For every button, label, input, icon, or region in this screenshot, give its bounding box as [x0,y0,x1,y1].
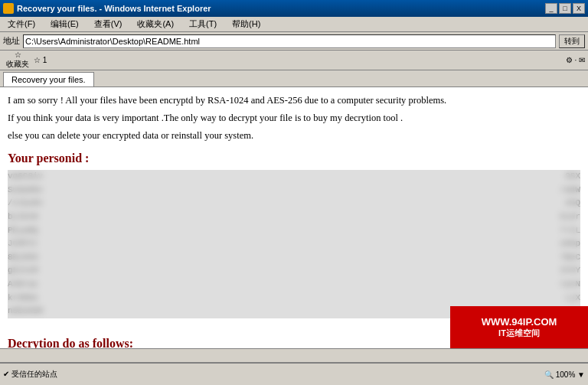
toolbar-count: ☆ 1 [34,56,47,64]
intro-line1: I am so sorry ! All your files have been… [8,93,580,108]
intro-line2: If you think your data is very important… [8,111,580,126]
address-bar: 地址 转到 [0,32,588,51]
watermark-label: IT运维空间 [498,328,540,339]
toolbar-right-icons: ⚙ · ✉ [566,56,585,64]
intro-line3: else you can delete your encrypted data … [8,129,580,143]
toolbar: ☆ 收藏夹 ☆ 1 ⚙ · ✉ [0,51,588,70]
minimize-button[interactable]: _ [545,3,557,14]
status-bar [0,348,588,362]
menu-bar: 文件(F) 编辑(E) 查看(V) 收藏夹(A) 工具(T) 帮助(H) [0,17,588,32]
personid-title: Your personid : [8,152,580,165]
favorites-label: 收藏夹 [6,59,29,70]
window-controls[interactable]: _ □ X [545,3,585,14]
bottom-bar: ✔ 受信任的站点 🔍 100% ▼ [0,362,588,385]
menu-view[interactable]: 查看(V) [90,17,127,31]
menu-tools[interactable]: 工具(T) [185,17,221,31]
tab-recovery[interactable]: Recovery your files. [3,72,94,86]
close-button[interactable]: X [573,3,585,14]
menu-file[interactable]: 文件(F) [3,17,40,31]
favorites-toolbar-btn[interactable]: ☆ 收藏夹 [3,50,32,70]
title-bar: Recovery your files. - Windows Internet … [0,0,588,17]
tab-bar: Recovery your files. [0,70,588,87]
bottom-status: ✔ 受信任的站点 [3,369,57,380]
ie-icon [3,3,14,14]
zoom-level: 🔍 100% ▼ [544,370,585,379]
address-label: 地址 [3,35,20,47]
go-button[interactable]: 转到 [559,34,585,48]
watermark-url: WWW.94IP.COM [482,316,557,328]
menu-help[interactable]: 帮助(H) [227,17,265,31]
blur-overlay [8,170,580,318]
menu-edit[interactable]: 编辑(E) [46,17,83,31]
personid-block: vq6C8iv9SX SuKpHbv/w8W /sYpuDvA5Q bjlKnN… [8,170,580,318]
address-input[interactable] [23,34,556,48]
maximize-button[interactable]: □ [559,3,571,14]
tab-label: Recovery your files. [11,75,86,84]
window-title: Recovery your files. - Windows Internet … [17,4,545,13]
favorites-icon: ☆ [15,51,21,59]
watermark: WWW.94IP.COM IT运维空间 [450,306,588,348]
menu-favorites[interactable]: 收藏夹(A) [132,17,178,31]
